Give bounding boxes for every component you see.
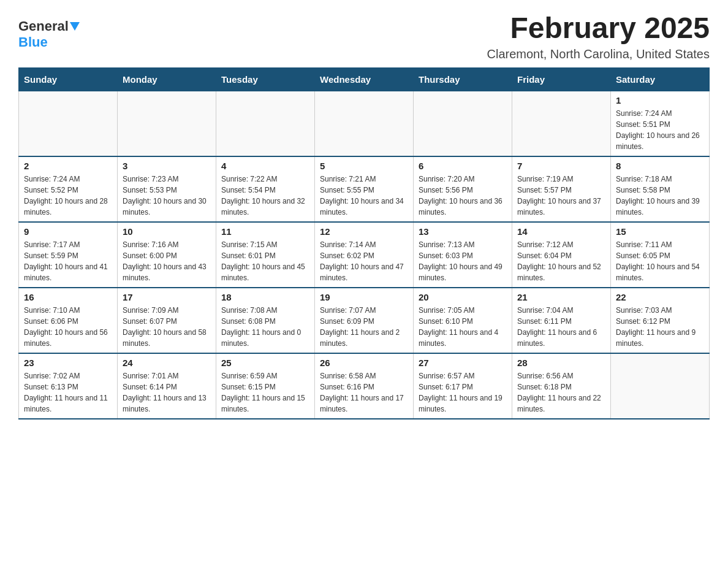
day-number: 26 xyxy=(320,358,408,368)
calendar-cell xyxy=(118,91,216,156)
calendar-cell: 23Sunrise: 7:02 AM Sunset: 6:13 PM Dayli… xyxy=(19,353,118,419)
day-info: Sunrise: 7:21 AM Sunset: 5:55 PM Dayligh… xyxy=(320,174,408,218)
day-info: Sunrise: 7:18 AM Sunset: 5:58 PM Dayligh… xyxy=(616,174,704,218)
day-number: 20 xyxy=(419,292,507,302)
day-info: Sunrise: 7:07 AM Sunset: 6:09 PM Dayligh… xyxy=(320,305,408,349)
calendar-header-wednesday: Wednesday xyxy=(315,67,414,91)
calendar-table: SundayMondayTuesdayWednesdayThursdayFrid… xyxy=(18,67,710,419)
day-number: 23 xyxy=(24,358,112,368)
day-number: 15 xyxy=(616,226,704,237)
calendar-cell xyxy=(216,91,315,156)
day-info: Sunrise: 7:16 AM Sunset: 6:00 PM Dayligh… xyxy=(123,239,211,283)
day-number: 3 xyxy=(123,161,211,171)
day-info: Sunrise: 7:15 AM Sunset: 6:01 PM Dayligh… xyxy=(221,239,309,283)
day-info: Sunrise: 7:11 AM Sunset: 6:05 PM Dayligh… xyxy=(616,239,704,283)
calendar-cell: 19Sunrise: 7:07 AM Sunset: 6:09 PM Dayli… xyxy=(315,288,414,353)
day-info: Sunrise: 7:05 AM Sunset: 6:10 PM Dayligh… xyxy=(419,305,507,349)
calendar-week-row: 23Sunrise: 7:02 AM Sunset: 6:13 PM Dayli… xyxy=(19,353,710,419)
day-number: 17 xyxy=(123,292,211,302)
day-info: Sunrise: 7:01 AM Sunset: 6:14 PM Dayligh… xyxy=(123,370,211,415)
day-number: 2 xyxy=(24,161,112,171)
calendar-week-row: 2Sunrise: 7:24 AM Sunset: 5:52 PM Daylig… xyxy=(19,156,710,222)
day-info: Sunrise: 7:14 AM Sunset: 6:02 PM Dayligh… xyxy=(320,239,408,283)
calendar-cell: 16Sunrise: 7:10 AM Sunset: 6:06 PM Dayli… xyxy=(19,288,118,353)
day-number: 24 xyxy=(123,358,211,368)
calendar-cell: 1Sunrise: 7:24 AM Sunset: 5:51 PM Daylig… xyxy=(611,91,710,156)
calendar-cell: 15Sunrise: 7:11 AM Sunset: 6:05 PM Dayli… xyxy=(611,222,710,288)
day-info: Sunrise: 7:17 AM Sunset: 5:59 PM Dayligh… xyxy=(24,239,112,283)
calendar-cell: 5Sunrise: 7:21 AM Sunset: 5:55 PM Daylig… xyxy=(315,156,414,222)
day-number: 18 xyxy=(221,292,309,302)
day-info: Sunrise: 7:02 AM Sunset: 6:13 PM Dayligh… xyxy=(24,370,112,415)
day-number: 22 xyxy=(616,292,704,302)
day-number: 21 xyxy=(517,292,605,302)
day-number: 6 xyxy=(419,161,507,171)
day-number: 27 xyxy=(419,358,507,368)
day-info: Sunrise: 6:56 AM Sunset: 6:18 PM Dayligh… xyxy=(517,370,605,415)
calendar-header-tuesday: Tuesday xyxy=(216,67,315,91)
calendar-cell: 14Sunrise: 7:12 AM Sunset: 6:04 PM Dayli… xyxy=(512,222,611,288)
day-info: Sunrise: 7:22 AM Sunset: 5:54 PM Dayligh… xyxy=(221,174,309,218)
day-info: Sunrise: 7:24 AM Sunset: 5:52 PM Dayligh… xyxy=(24,174,112,218)
day-number: 4 xyxy=(221,161,309,171)
calendar-cell: 18Sunrise: 7:08 AM Sunset: 6:08 PM Dayli… xyxy=(216,288,315,353)
day-info: Sunrise: 7:13 AM Sunset: 6:03 PM Dayligh… xyxy=(419,239,507,283)
month-title: February 2025 xyxy=(487,12,710,45)
calendar-cell: 9Sunrise: 7:17 AM Sunset: 5:59 PM Daylig… xyxy=(19,222,118,288)
location-label: Claremont, North Carolina, United States xyxy=(487,47,710,61)
day-number: 25 xyxy=(221,358,309,368)
calendar-cell: 22Sunrise: 7:03 AM Sunset: 6:12 PM Dayli… xyxy=(611,288,710,353)
calendar-cell: 28Sunrise: 6:56 AM Sunset: 6:18 PM Dayli… xyxy=(512,353,611,419)
calendar-header-sunday: Sunday xyxy=(19,67,118,91)
day-number: 10 xyxy=(123,226,211,237)
calendar-cell xyxy=(315,91,414,156)
calendar-cell: 7Sunrise: 7:19 AM Sunset: 5:57 PM Daylig… xyxy=(512,156,611,222)
day-info: Sunrise: 7:09 AM Sunset: 6:07 PM Dayligh… xyxy=(123,305,211,349)
day-number: 19 xyxy=(320,292,408,302)
calendar-cell: 13Sunrise: 7:13 AM Sunset: 6:03 PM Dayli… xyxy=(414,222,512,288)
title-section: February 2025 Claremont, North Carolina,… xyxy=(487,12,710,61)
day-info: Sunrise: 6:59 AM Sunset: 6:15 PM Dayligh… xyxy=(221,370,309,415)
day-number: 1 xyxy=(616,95,704,105)
day-info: Sunrise: 7:04 AM Sunset: 6:11 PM Dayligh… xyxy=(517,305,605,349)
day-number: 7 xyxy=(517,161,605,171)
calendar-cell: 4Sunrise: 7:22 AM Sunset: 5:54 PM Daylig… xyxy=(216,156,315,222)
calendar-cell: 12Sunrise: 7:14 AM Sunset: 6:02 PM Dayli… xyxy=(315,222,414,288)
calendar-body: 1Sunrise: 7:24 AM Sunset: 5:51 PM Daylig… xyxy=(19,91,710,419)
day-number: 14 xyxy=(517,226,605,237)
calendar-week-row: 1Sunrise: 7:24 AM Sunset: 5:51 PM Daylig… xyxy=(19,91,710,156)
logo-text-blue: Blue xyxy=(18,34,48,50)
day-info: Sunrise: 7:23 AM Sunset: 5:53 PM Dayligh… xyxy=(123,174,211,218)
day-number: 9 xyxy=(24,226,112,237)
day-info: Sunrise: 6:58 AM Sunset: 6:16 PM Dayligh… xyxy=(320,370,408,415)
day-info: Sunrise: 6:57 AM Sunset: 6:17 PM Dayligh… xyxy=(419,370,507,415)
day-info: Sunrise: 7:03 AM Sunset: 6:12 PM Dayligh… xyxy=(616,305,704,349)
calendar-cell: 25Sunrise: 6:59 AM Sunset: 6:15 PM Dayli… xyxy=(216,353,315,419)
day-number: 5 xyxy=(320,161,408,171)
calendar-cell: 26Sunrise: 6:58 AM Sunset: 6:16 PM Dayli… xyxy=(315,353,414,419)
calendar-header-friday: Friday xyxy=(512,67,611,91)
day-number: 28 xyxy=(517,358,605,368)
calendar-cell: 2Sunrise: 7:24 AM Sunset: 5:52 PM Daylig… xyxy=(19,156,118,222)
calendar-week-row: 16Sunrise: 7:10 AM Sunset: 6:06 PM Dayli… xyxy=(19,288,710,353)
calendar-cell xyxy=(512,91,611,156)
day-number: 16 xyxy=(24,292,112,302)
day-info: Sunrise: 7:08 AM Sunset: 6:08 PM Dayligh… xyxy=(221,305,309,349)
calendar-cell: 21Sunrise: 7:04 AM Sunset: 6:11 PM Dayli… xyxy=(512,288,611,353)
calendar-header-thursday: Thursday xyxy=(414,67,512,91)
logo-triangle-icon xyxy=(70,22,80,31)
calendar-header-row: SundayMondayTuesdayWednesdayThursdayFrid… xyxy=(19,67,710,91)
day-number: 13 xyxy=(419,226,507,237)
day-number: 11 xyxy=(221,226,309,237)
logo-text-general: General xyxy=(18,18,69,34)
calendar-cell: 27Sunrise: 6:57 AM Sunset: 6:17 PM Dayli… xyxy=(414,353,512,419)
calendar-cell xyxy=(414,91,512,156)
calendar-cell: 3Sunrise: 7:23 AM Sunset: 5:53 PM Daylig… xyxy=(118,156,216,222)
calendar-cell xyxy=(611,353,710,419)
calendar-cell: 6Sunrise: 7:20 AM Sunset: 5:56 PM Daylig… xyxy=(414,156,512,222)
day-info: Sunrise: 7:12 AM Sunset: 6:04 PM Dayligh… xyxy=(517,239,605,283)
calendar-cell xyxy=(19,91,118,156)
day-info: Sunrise: 7:24 AM Sunset: 5:51 PM Dayligh… xyxy=(616,108,704,152)
page-header: General Blue February 2025 Claremont, No… xyxy=(18,12,710,61)
day-info: Sunrise: 7:19 AM Sunset: 5:57 PM Dayligh… xyxy=(517,174,605,218)
